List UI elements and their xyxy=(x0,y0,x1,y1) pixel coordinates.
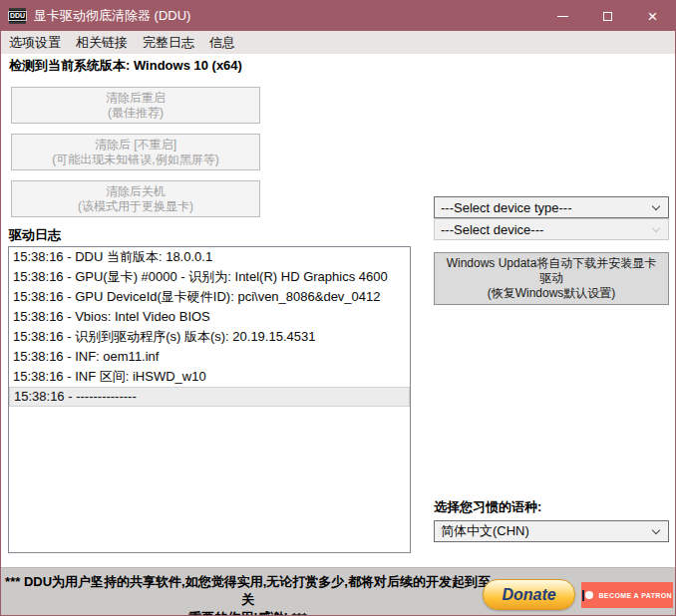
language-select-value: 简体中文(CHN) xyxy=(441,522,529,540)
log-entry[interactable]: 15:38:16 - 识别到驱动程序(s) 版本(s): 20.19.15.45… xyxy=(9,327,410,347)
minimize-icon xyxy=(557,16,568,17)
clean-no-restart-button[interactable]: 清除后 [不重启] (可能出现未知错误,例如黑屏等) xyxy=(11,134,260,170)
clean-restart-button[interactable]: 清除后重启 (最佳推荐) xyxy=(11,87,260,124)
windows-update-button[interactable]: Windows Updata将自动下载并安装显卡驱动 (恢复Windows默认设… xyxy=(434,252,669,305)
chevron-down-icon xyxy=(652,526,660,534)
driver-log-list[interactable]: 15:38:16 - DDU 当前版本: 18.0.0.1 15:38:16 -… xyxy=(8,246,411,553)
clean-restart-label: 清除后重启 xyxy=(106,91,166,106)
device-select[interactable]: ---Select device--- xyxy=(434,218,669,240)
donation-message-line2: 重要的作用!感谢! *** xyxy=(1,609,495,616)
close-button[interactable]: × xyxy=(630,1,675,31)
clean-shutdown-sublabel: (该模式用于更换显卡) xyxy=(78,199,193,214)
app-icon: DDU xyxy=(9,8,26,24)
log-entry[interactable]: 15:38:16 - INF 区间: iHSWD_w10 xyxy=(9,367,410,387)
clean-no-restart-label: 清除后 [不重启] xyxy=(95,138,176,153)
menu-item-links[interactable]: 相关链接 xyxy=(76,34,128,52)
driver-log-title: 驱动日志 xyxy=(9,226,61,244)
titlebar: DDU 显卡驱动彻底清除器 (DDU) × xyxy=(1,1,675,31)
log-entry[interactable]: 15:38:16 - GPU DeviceId(显卡硬件ID): pci\ven… xyxy=(9,287,410,307)
device-type-select-value: ---Select device type--- xyxy=(441,200,571,215)
maximize-icon xyxy=(603,12,612,21)
device-type-select[interactable]: ---Select device type--- xyxy=(434,196,669,218)
log-entry[interactable]: 15:38:16 - INF: oem11.inf xyxy=(9,347,410,367)
log-entry[interactable]: 15:38:16 - DDU 当前版本: 18.0.0.1 xyxy=(9,247,410,267)
log-entry[interactable]: 15:38:16 - GPU(显卡) #0000 - 识别为: Intel(R)… xyxy=(9,267,410,287)
menu-item-full-log[interactable]: 完整日志 xyxy=(143,34,194,52)
menu-item-options[interactable]: 选项设置 xyxy=(9,34,61,52)
patreon-button-label: BECOME A PATRON xyxy=(598,592,672,599)
window-controls: × xyxy=(540,1,675,31)
detected-os-text: 检测到当前系统版本: Windows 10 (x64) xyxy=(9,57,242,75)
device-select-value: ---Select device--- xyxy=(441,222,543,237)
maximize-button[interactable] xyxy=(585,1,630,31)
menubar: 选项设置 相关链接 完整日志 信息 xyxy=(1,31,675,54)
minimize-button[interactable] xyxy=(540,1,585,31)
donate-button[interactable]: Donate xyxy=(483,579,575,610)
app-window: DDU 显卡驱动彻底清除器 (DDU) × 选项设置 相关链接 完整日志 信息 … xyxy=(0,0,676,616)
app-icon-text: DDU xyxy=(8,11,27,21)
chevron-down-icon xyxy=(652,202,660,210)
clean-no-restart-sublabel: (可能出现未知错误,例如黑屏等) xyxy=(52,153,218,167)
patreon-button[interactable]: BECOME A PATRON xyxy=(581,582,673,608)
clean-shutdown-label: 清除后关机 xyxy=(106,184,166,199)
language-select[interactable]: 简体中文(CHN) xyxy=(434,520,669,542)
clean-shutdown-button[interactable]: 清除后关机 (该模式用于更换显卡) xyxy=(11,180,260,217)
clean-restart-sublabel: (最佳推荐) xyxy=(108,106,164,121)
patreon-icon xyxy=(582,590,594,601)
log-entry[interactable]: 15:38:16 - Vbios: Intel Video BIOS xyxy=(9,307,410,327)
footer-bar: *** DDU为用户坚持的共享软件,如您觉得实用,无论打赏多少,都将对后续的开发… xyxy=(1,567,675,615)
windows-update-button-text: Windows Updata将自动下载并安装显卡驱动 xyxy=(445,256,658,286)
donate-button-label: Donate xyxy=(502,586,555,604)
donation-message: *** DDU为用户坚持的共享软件,如您觉得实用,无论打赏多少,都将对后续的开发… xyxy=(1,573,495,616)
language-label: 选择您习惯的语种: xyxy=(434,498,541,516)
window-title: 显卡驱动彻底清除器 (DDU) xyxy=(34,7,540,25)
donation-message-line1: *** DDU为用户坚持的共享软件,如您觉得实用,无论打赏多少,都将对后续的开发… xyxy=(1,573,495,609)
log-entry-selected[interactable]: 15:38:16 - -------------- xyxy=(9,387,410,407)
windows-update-button-subtext: (恢复Windows默认设置) xyxy=(488,286,616,301)
chevron-down-icon xyxy=(652,224,660,232)
menu-item-info[interactable]: 信息 xyxy=(209,34,235,52)
close-icon: × xyxy=(648,8,658,25)
